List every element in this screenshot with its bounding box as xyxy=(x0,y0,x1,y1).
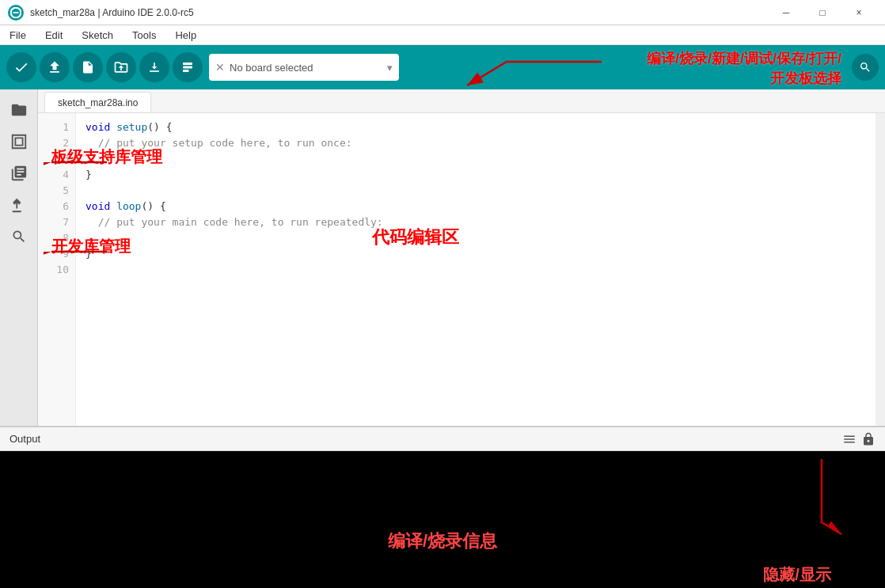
maximize-button[interactable]: □ xyxy=(804,0,841,25)
sidebar-library-manager[interactable] xyxy=(5,159,33,188)
search-button[interactable] xyxy=(852,54,879,81)
new-button[interactable] xyxy=(73,52,103,82)
verify-button[interactable] xyxy=(6,52,36,82)
svg-rect-2 xyxy=(183,63,192,65)
board-name: No board selected xyxy=(230,62,382,74)
sidebar-board-manager[interactable] xyxy=(5,127,33,156)
window-title: sketch_mar28a | Arduino IDE 2.0.0-rc5 xyxy=(30,7,768,18)
close-button[interactable]: × xyxy=(841,0,877,25)
file-tab-sketch[interactable]: sketch_mar28a.ino xyxy=(44,92,151,112)
sidebar-upload[interactable] xyxy=(5,191,33,219)
debug-button[interactable] xyxy=(173,52,203,82)
file-tabs: sketch_mar28a.ino xyxy=(38,89,885,113)
line-numbers: 1 2 3 4 5 6 7 8 9 10 xyxy=(38,113,76,426)
sidebar xyxy=(0,89,38,426)
menu-tools[interactable]: Tools xyxy=(129,28,159,43)
output-label: Output xyxy=(9,433,40,445)
content-area: sketch_mar28a.ino 1 2 3 4 5 6 7 8 9 10 v… xyxy=(38,89,885,426)
output-header-icons xyxy=(842,432,876,446)
code-text[interactable]: void setup() { // put your setup code he… xyxy=(76,113,876,426)
sidebar-explorer[interactable] xyxy=(5,96,33,124)
menu-file[interactable]: File xyxy=(6,28,29,43)
title-bar: sketch_mar28a | Arduino IDE 2.0.0-rc5 ─ … xyxy=(0,0,885,25)
output-lock-icon[interactable] xyxy=(861,432,876,446)
svg-rect-4 xyxy=(183,70,189,72)
output-menu-icon[interactable] xyxy=(842,432,857,446)
minimize-button[interactable]: ─ xyxy=(768,0,804,25)
output-compile-info: 编译/烧录信息 xyxy=(388,529,497,553)
tab-label: sketch_mar28a.ino xyxy=(58,97,138,108)
output-panel: Output 编译/烧录信息 隐藏/显示 output窗口 @稀土掘金技术社区 xyxy=(0,426,885,588)
output-hide-show: 隐藏/显示 output窗口 xyxy=(757,563,838,588)
svg-rect-3 xyxy=(183,66,192,69)
output-body: 编译/烧录信息 隐藏/显示 output窗口 @稀土掘金技术社区 xyxy=(0,451,885,588)
scrollbar[interactable] xyxy=(876,113,885,426)
app-icon xyxy=(8,5,24,21)
menu-edit[interactable]: Edit xyxy=(42,28,66,43)
menu-help[interactable]: Help xyxy=(172,28,199,43)
code-editor[interactable]: 1 2 3 4 5 6 7 8 9 10 void setup() { // p… xyxy=(38,113,885,426)
menu-bar: File Edit Sketch Tools Help xyxy=(0,25,885,45)
menu-sketch[interactable]: Sketch xyxy=(78,28,116,43)
upload-button[interactable] xyxy=(40,52,70,82)
chevron-down-icon: ▾ xyxy=(387,62,393,74)
window-controls: ─ □ × xyxy=(768,0,877,25)
toolbar: ✕ No board selected ▾ xyxy=(0,45,885,89)
open-button[interactable] xyxy=(106,52,136,82)
board-error-icon: ✕ xyxy=(215,61,225,74)
save-button[interactable] xyxy=(139,52,169,82)
sidebar-search[interactable] xyxy=(5,222,33,251)
output-header: Output xyxy=(0,427,885,451)
board-selector[interactable]: ✕ No board selected ▾ xyxy=(209,54,399,81)
